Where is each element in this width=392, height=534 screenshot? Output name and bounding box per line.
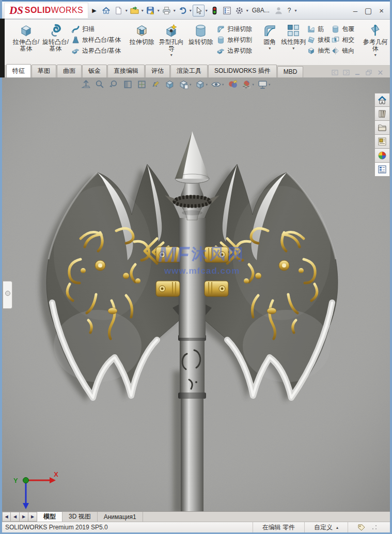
ribbon-button-loft-boss[interactable]: 放样凸台/基体 — [71, 36, 121, 44]
ribbon-button-hole-wizard[interactable]: 异型孔向导 ▾ — [156, 22, 186, 57]
section-view-icon[interactable] — [122, 79, 133, 90]
open-button[interactable] — [129, 5, 140, 17]
previous-pane-icon[interactable] — [332, 70, 338, 75]
undo-button[interactable] — [177, 5, 189, 17]
new-document-dropdown[interactable]: ▾ — [126, 8, 128, 13]
ribbon-button-fillet[interactable]: 圆角 ▾ — [258, 22, 281, 51]
ribbon-button-reference-geometry[interactable]: 参考几何体 ▾ — [360, 22, 390, 57]
tab-model[interactable]: 模型 — [37, 511, 62, 522]
doc-close-icon[interactable] — [377, 70, 384, 75]
ribbon-button-intersect[interactable]: 相交 — [331, 36, 354, 44]
settings-dropdown[interactable]: ▾ — [246, 8, 248, 13]
select-tool-button[interactable] — [193, 5, 205, 17]
print-dropdown[interactable]: ▾ — [174, 8, 176, 13]
dropdown-arrow-icon[interactable]: ▾ — [170, 53, 173, 57]
zoom-to-area-icon[interactable] — [95, 79, 105, 90]
display-style-icon[interactable]: ▾ — [178, 79, 192, 90]
ribbon-button-extruded-cut[interactable]: 拉伸切除 — [127, 22, 156, 45]
tab-animation1[interactable]: Анимация1 — [98, 512, 143, 522]
next-pane-icon[interactable] — [343, 70, 350, 75]
tab-features[interactable]: 特征 — [6, 64, 31, 77]
help-dropdown[interactable]: ▾ — [294, 8, 296, 13]
maximize-button[interactable]: ▢ — [365, 7, 372, 14]
tab-direct-editing[interactable]: 直接编辑 — [107, 65, 145, 77]
settings-button[interactable] — [233, 5, 245, 17]
login-button[interactable] — [273, 5, 285, 17]
tab-mbd[interactable]: MBD — [277, 66, 304, 77]
print-button[interactable] — [161, 5, 173, 17]
dropdown-arrow-icon[interactable]: ▾ — [269, 46, 271, 51]
doc-restore-icon[interactable] — [366, 70, 372, 75]
task-pane-home-button[interactable] — [374, 93, 390, 107]
ribbon-button-wrap[interactable]: 包覆 — [331, 25, 354, 34]
apply-scene-icon[interactable]: ▾ — [241, 79, 255, 90]
first-tab-button[interactable]: ◀ — [2, 512, 11, 522]
last-tab-button[interactable]: ▶ — [28, 512, 37, 522]
hole-wizard-icon — [164, 23, 179, 38]
doc-minimize-icon[interactable] — [354, 70, 361, 75]
dropdown-arrow-icon[interactable]: ▾ — [374, 53, 377, 57]
edit-appearance-icon[interactable] — [227, 79, 238, 90]
previous-tab-button[interactable]: ◀ — [11, 512, 20, 522]
task-pane-custom-properties-button[interactable] — [374, 163, 390, 177]
status-bar: SOLIDWORKS Premium 2019 SP5.0 在编辑 零件 自定义… — [2, 522, 390, 532]
ribbon-button-revolved-boss[interactable]: 旋转凸台/基体 — [41, 22, 70, 52]
ribbon-button-rib[interactable]: 筋 — [307, 25, 330, 34]
graphics-viewport[interactable]: X Z Y A ▾ ▾ ▾ ▾ ▾ — [2, 77, 390, 511]
tag-area[interactable] — [348, 522, 387, 532]
ribbon-button-sweep[interactable]: 扫描 — [71, 25, 121, 34]
tab-render-tools[interactable]: 渲染工具 — [170, 65, 208, 77]
menu-flyout-arrow[interactable]: ▶ — [89, 7, 99, 14]
tab-evaluate[interactable]: 评估 — [145, 65, 170, 77]
task-pane-appearances-button[interactable] — [374, 149, 390, 163]
visibility-eye-icon[interactable]: ▾ — [211, 79, 224, 90]
ribbon-button-revolved-cut[interactable]: 旋转切除 — [186, 22, 215, 45]
button-label: 拉伸凸台/基体 — [11, 39, 41, 52]
new-document-button[interactable] — [113, 5, 124, 17]
resize-grip[interactable] — [371, 524, 378, 530]
ribbon-button-boundary-boss[interactable]: 边界凸台/基体 — [71, 46, 121, 55]
task-pane-file-explorer-button[interactable] — [374, 121, 390, 135]
ribbon-button-mirror[interactable]: 镜向 — [331, 46, 354, 55]
tab-sheet-metal[interactable]: 钣金 — [82, 65, 107, 77]
tab-sketch[interactable]: 草图 — [32, 65, 56, 77]
next-tab-button[interactable]: ▶ — [20, 512, 28, 522]
previous-view-icon[interactable] — [108, 79, 119, 90]
minimize-button[interactable]: – — [353, 7, 357, 14]
dynamic-section-icon[interactable] — [136, 79, 147, 90]
ribbon-button-extruded-boss[interactable]: 拉伸凸台/基体 — [11, 22, 41, 52]
home-button[interactable] — [100, 5, 112, 17]
ribbon-button-draft[interactable]: 拔模 — [307, 36, 330, 44]
featuremanager-flyout-tab[interactable] — [3, 281, 12, 309]
tab-solidworks-addins[interactable]: SOLIDWORKS 插件 — [208, 65, 277, 77]
ribbon-button-shell[interactable]: 抽壳 — [307, 46, 330, 55]
view-settings-icon[interactable]: ▾ — [257, 79, 271, 90]
tab-surfaces[interactable]: 曲面 — [57, 65, 82, 77]
ribbon-button-boundary-cut[interactable]: 边界切除 — [216, 46, 252, 55]
options-list-button[interactable] — [221, 5, 233, 17]
wrap-icon — [331, 25, 340, 34]
dropdown-arrow-icon[interactable]: ▾ — [292, 46, 294, 51]
ribbon-button-lofted-cut[interactable]: 放样切割 — [216, 36, 252, 44]
select-tool-dropdown[interactable]: ▾ — [206, 8, 208, 13]
zoom-to-fit-icon[interactable] — [81, 79, 91, 90]
save-dropdown[interactable]: ▾ — [158, 8, 160, 13]
button-label: 旋转切除 — [189, 39, 213, 45]
ribbon-button-linear-pattern[interactable]: 线性阵列 ▾ — [281, 22, 306, 51]
ribbon-button-swept-cut[interactable]: 扫描切除 — [216, 25, 252, 34]
rebuild-button[interactable] — [209, 5, 221, 17]
hide-show-items-icon[interactable]: ▾ — [195, 79, 208, 90]
view-orientation-icon[interactable] — [164, 79, 175, 90]
task-pane-view-palette-button[interactable] — [374, 135, 390, 149]
tab-3d-views[interactable]: 3D 视图 — [62, 512, 98, 522]
search-box[interactable]: G8A... — [252, 7, 270, 14]
annotation-visibility-icon[interactable]: A — [150, 79, 161, 90]
open-dropdown[interactable]: ▾ — [142, 8, 144, 13]
task-pane-design-library-button[interactable] — [374, 107, 390, 121]
undo-dropdown[interactable]: ▾ — [190, 8, 192, 13]
help-button[interactable]: ? — [288, 7, 291, 14]
units-selector[interactable]: 自定义 ▴ — [304, 522, 348, 532]
save-button[interactable] — [145, 5, 156, 17]
close-button[interactable]: × — [379, 7, 384, 14]
open-icon — [130, 6, 139, 15]
